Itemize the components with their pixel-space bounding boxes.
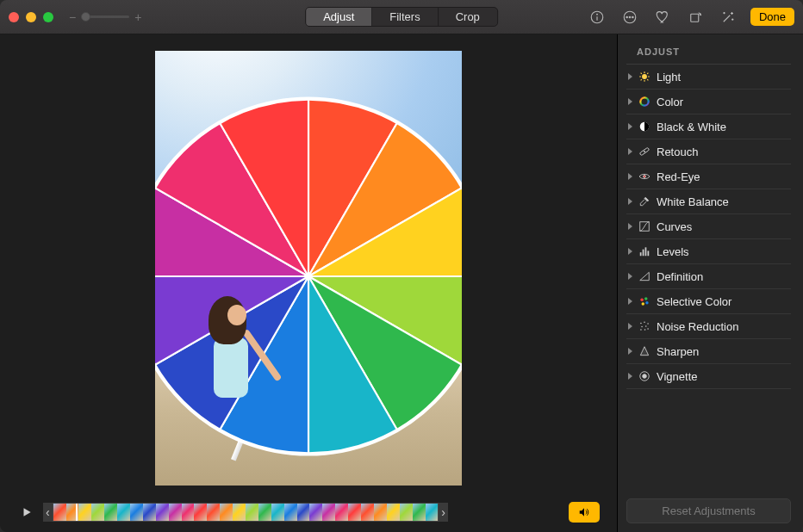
disclosure-triangle-icon[interactable] [628,298,632,305]
disclosure-triangle-icon[interactable] [628,223,632,230]
close-window-button[interactable] [9,12,19,22]
zoom-thumb[interactable] [81,12,90,22]
tab-crop[interactable]: Crop [439,8,497,26]
zoom-track[interactable] [81,15,129,18]
editor-canvas: ‹ › [0,34,617,532]
disclosure-triangle-icon[interactable] [628,348,632,355]
adj-item-label: Red-Eye [657,170,700,183]
adj-item-label: Vignette [657,370,697,383]
disclosure-triangle-icon[interactable] [628,148,632,155]
disclosure-triangle-icon[interactable] [628,323,632,330]
svg-point-31 [642,302,645,306]
color-ring-icon [638,95,651,108]
disclosure-triangle-icon[interactable] [628,73,632,80]
trim-start-handle[interactable]: ‹ [43,503,53,522]
adj-item-retouch[interactable]: Retouch [626,139,791,164]
disclosure-triangle-icon[interactable] [628,123,632,130]
adj-item-label: Color [657,96,683,108]
svg-point-30 [645,301,649,305]
adj-item-white-balance[interactable]: White Balance [626,189,791,214]
svg-point-6 [632,16,634,18]
trim-end-handle[interactable]: › [439,503,448,522]
svg-rect-7 [691,14,699,22]
adj-item-label: Black & White [657,121,726,133]
done-button[interactable]: Done [750,8,794,26]
svg-point-32 [640,323,642,325]
adj-item-noise-reduction[interactable]: Noise Reduction [626,314,791,339]
triangle-icon [638,269,651,283]
video-timeline: ‹ › [0,501,617,532]
adj-item-black-white[interactable]: Black & White [626,114,791,139]
playhead[interactable] [76,503,78,522]
svg-point-5 [629,16,631,18]
palette-icon [638,294,651,308]
timeline-scrubber[interactable] [53,503,439,522]
svg-rect-26 [645,247,647,256]
disclosure-triangle-icon[interactable] [628,198,632,205]
adj-item-label: White Balance [657,195,729,208]
adj-item-vignette[interactable]: Vignette [626,364,791,389]
zoom-slider[interactable]: − + [69,10,141,24]
info-button[interactable] [587,7,607,28]
vignette-icon [638,369,651,383]
svg-line-17 [647,73,648,74]
disclosure-triangle-icon[interactable] [628,273,632,280]
svg-point-21 [644,151,644,152]
tab-filters[interactable]: Filters [372,8,438,26]
svg-point-38 [644,329,646,331]
panel-title: ADJUST [626,46,791,65]
adj-item-label: Retouch [657,145,698,158]
svg-line-15 [647,79,648,80]
levels-icon [638,244,651,258]
tab-adjust[interactable]: Adjust [306,8,372,26]
adj-item-levels[interactable]: Levels [626,239,791,264]
dropper-icon [638,195,651,208]
svg-point-33 [644,322,645,324]
svg-point-37 [640,329,642,331]
minimize-window-button[interactable] [26,12,36,22]
fullscreen-window-button[interactable] [43,12,53,22]
adj-item-label: Definition [657,270,703,283]
play-button[interactable] [17,504,36,520]
adj-item-selective-color[interactable]: Selective Color [626,289,791,314]
disclosure-triangle-icon[interactable] [628,373,632,380]
svg-rect-27 [648,251,650,256]
edit-mode-tabs: Adjust Filters Crop [305,7,498,27]
reset-adjustments-button[interactable]: Reset Adjustments [626,498,791,523]
adj-item-label: Light [657,71,681,84]
photo-content [155,91,462,461]
adj-item-label: Levels [657,245,689,258]
svg-line-16 [641,79,642,80]
svg-rect-25 [643,250,644,257]
adj-item-color[interactable]: Color [626,90,791,114]
disclosure-triangle-icon[interactable] [628,98,632,105]
svg-point-4 [626,16,628,18]
svg-point-35 [641,326,643,328]
titlebar: − + Adjust Filters Crop Done [0,0,803,34]
adjust-sidebar: ADJUST LightColorBlack & WhiteRetouchRed… [617,34,803,532]
disclosure-triangle-icon[interactable] [628,248,632,255]
more-button[interactable] [619,7,640,28]
favorite-button[interactable] [652,7,673,28]
adj-item-definition[interactable]: Definition [626,264,791,289]
svg-point-28 [640,299,644,302]
window-controls [9,12,53,22]
photo-preview[interactable] [155,51,462,486]
svg-point-29 [644,297,648,300]
adj-item-sharpen[interactable]: Sharpen [626,339,791,364]
svg-point-34 [647,323,649,325]
disclosure-triangle-icon[interactable] [628,173,632,180]
bw-circle-icon [638,120,651,133]
zoom-in-icon: + [134,10,141,24]
adj-item-red-eye[interactable]: Red-Eye [626,164,791,189]
svg-rect-24 [640,252,642,256]
adj-item-curves[interactable]: Curves [626,214,791,239]
sharpen-icon [638,344,651,358]
adj-item-light[interactable]: Light [626,65,791,90]
svg-point-2 [597,14,598,15]
noise-icon [638,319,651,333]
audio-toggle-button[interactable] [569,502,600,523]
rotate-button[interactable] [685,7,706,28]
svg-point-36 [645,325,647,327]
auto-enhance-button[interactable] [718,7,738,28]
